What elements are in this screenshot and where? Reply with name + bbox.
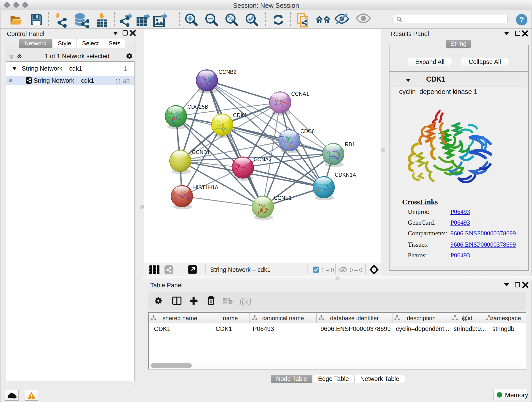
svg-text:CCNA2: CCNA2 [254,157,272,162]
svg-text:CCNE1: CCNE1 [274,195,292,201]
svg-text:?: ? [519,15,524,24]
svg-text:HIST1H1A: HIST1H1A [193,185,219,191]
svg-text:CDC6: CDC6 [300,128,315,134]
svg-text:CCNB2: CCNB2 [219,69,236,75]
svg-text:CCNB1: CCNB1 [192,149,210,155]
svg-text:RB1: RB1 [345,141,355,147]
svg-text:CDKN1A: CDKN1A [335,172,356,178]
svg-text:CDC25B: CDC25B [187,104,208,110]
svg-text:CDK1: CDK1 [233,112,247,118]
svg-text:CCNA1: CCNA1 [291,91,309,97]
